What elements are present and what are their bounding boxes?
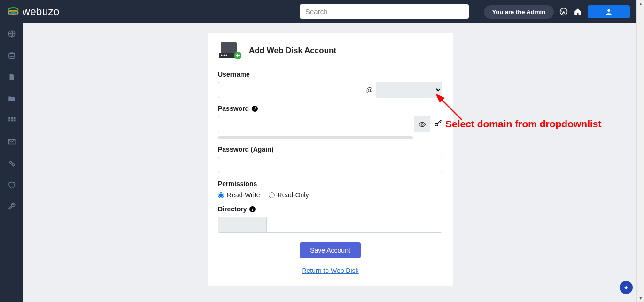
search-input[interactable] [300, 4, 469, 19]
svg-point-0 [560, 8, 567, 15]
password-again-input[interactable] [218, 157, 442, 173]
svg-rect-9 [13, 120, 15, 122]
svg-rect-4 [8, 117, 10, 119]
label-password-again: Password (Again) [218, 146, 442, 153]
svg-rect-8 [11, 120, 13, 122]
domain-select[interactable] [376, 82, 442, 98]
save-button[interactable]: Save Account [300, 242, 361, 258]
scroll-down-arrow[interactable]: ▼ [637, 294, 644, 302]
info-icon[interactable]: i [252, 106, 258, 112]
svg-point-11 [12, 164, 14, 166]
search-wrap [300, 4, 469, 19]
sidebar-item-file[interactable] [5, 70, 18, 84]
at-symbol: @ [363, 82, 376, 98]
home-icon[interactable] [574, 8, 582, 16]
card-title: Add Web Disk Account [249, 46, 336, 55]
svg-point-16 [226, 55, 227, 56]
sidebar-item-apps[interactable] [5, 114, 18, 127]
radio-read-only[interactable]: Read-Only [269, 191, 309, 199]
add-webdisk-card: Add Web Disk Account Username @ Password… [208, 33, 453, 286]
field-directory: Directory i [218, 205, 442, 233]
field-password-again: Password (Again) [218, 146, 442, 173]
username-input[interactable] [218, 82, 363, 98]
svg-rect-6 [13, 117, 15, 119]
field-username: Username @ [218, 70, 442, 98]
return-link[interactable]: Return to Web Disk [218, 267, 442, 274]
sidebar-item-globe[interactable] [5, 27, 18, 40]
svg-point-1 [607, 9, 610, 12]
svg-rect-7 [8, 120, 10, 122]
card-header: Add Web Disk Account [218, 41, 442, 60]
svg-rect-12 [221, 42, 237, 53]
brand-name: webuzo [23, 6, 60, 18]
field-password: Password i [218, 105, 442, 139]
user-menu-button[interactable] [588, 5, 630, 18]
scroll-top-button[interactable] [620, 281, 633, 294]
sidebar-item-mail[interactable] [5, 135, 18, 148]
sidebar-item-folder[interactable] [5, 92, 18, 105]
radio-read-write-input[interactable] [218, 192, 224, 198]
directory-input[interactable] [266, 217, 442, 233]
svg-point-19 [435, 123, 438, 126]
annotation-text: Select domain from dropdownlist [445, 118, 602, 130]
sidebar-item-security[interactable] [5, 178, 18, 192]
brand-logo[interactable]: webuzo [7, 5, 60, 18]
info-icon[interactable]: i [249, 206, 256, 212]
logo-swirl-icon [7, 5, 20, 18]
top-bar: webuzo You are the Admin [0, 0, 644, 23]
sidebar-item-settings[interactable] [5, 157, 18, 170]
vertical-scrollbar[interactable]: ▲ ▼ [636, 0, 644, 302]
svg-point-14 [221, 55, 223, 56]
svg-point-18 [421, 124, 423, 125]
toggle-password-visibility[interactable] [414, 116, 430, 132]
radio-read-only-input[interactable] [269, 192, 275, 198]
top-right: You are the Admin [484, 0, 630, 23]
directory-prefix [218, 217, 266, 233]
password-input[interactable] [218, 116, 414, 132]
sidebar-item-tools[interactable] [5, 200, 18, 213]
generate-password-icon[interactable] [434, 119, 442, 130]
label-password: Password i [218, 105, 442, 112]
wordpress-icon[interactable] [559, 8, 568, 16]
webdisk-icon [218, 41, 242, 60]
sidebar-item-database[interactable] [5, 49, 18, 62]
svg-point-15 [224, 55, 225, 56]
main-area: Add Web Disk Account Username @ Password… [23, 23, 644, 302]
label-permissions: Permissions [218, 180, 442, 187]
svg-rect-5 [11, 117, 13, 119]
sidebar [0, 23, 23, 302]
radio-read-write[interactable]: Read-Write [218, 191, 260, 199]
svg-point-3 [9, 52, 15, 54]
label-directory: Directory i [218, 205, 442, 213]
field-permissions: Permissions Read-Write Read-Only [218, 180, 442, 199]
svg-point-10 [9, 162, 12, 164]
scroll-up-arrow[interactable]: ▲ [637, 0, 644, 8]
password-strength-bar [218, 136, 413, 139]
label-username: Username [218, 70, 442, 78]
admin-badge[interactable]: You are the Admin [484, 5, 554, 19]
